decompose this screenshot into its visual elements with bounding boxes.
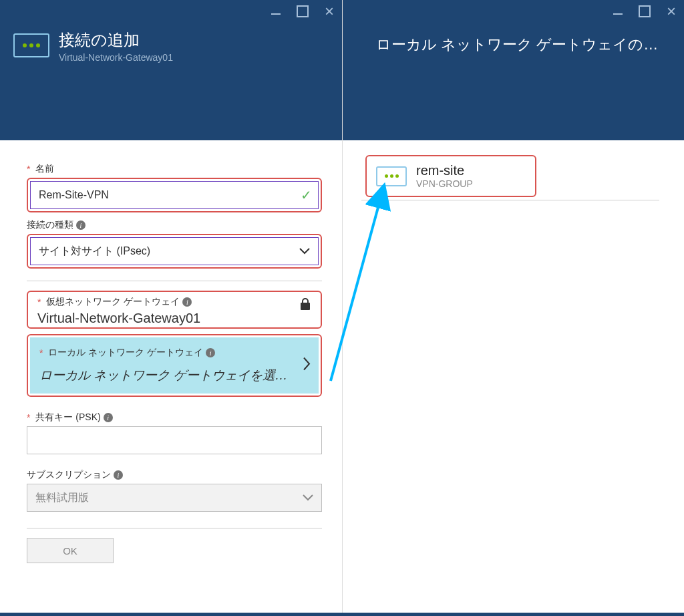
blade-local-gateway-picker: × ローカル ネットワーク ゲートウェイの… rem-site VPN-GROU… (343, 0, 684, 616)
vng-label: 仮想ネットワーク ゲートウェイ (46, 296, 180, 308)
lock-icon (299, 297, 311, 314)
vng-block: * 仮想ネットワーク ゲートウェイ i Virtual-Network-Gate… (27, 291, 322, 329)
psk-label: *共有キー (PSK) i (27, 412, 322, 424)
info-icon[interactable]: i (206, 348, 215, 357)
blade-header-left: × 接続の追加 Virtual-Network-Gateway01 (0, 0, 342, 140)
maximize-icon[interactable] (295, 4, 310, 19)
subscription-label: サブスクリプション i (27, 469, 322, 481)
chevron-right-icon (303, 355, 311, 376)
name-label: *名前 (27, 163, 322, 175)
vng-value: Virtual-Network-Gateway01 (37, 311, 311, 326)
window-controls-right: × (611, 4, 679, 19)
lng-selector[interactable]: * ローカル ネットワーク ゲートウェイ i ローカル ネットワーク ゲートウェ… (30, 337, 319, 394)
info-icon[interactable]: i (114, 470, 123, 480)
connection-icon (376, 166, 407, 186)
blade-header-right: × ローカル ネットワーク ゲートウェイの… (343, 0, 684, 140)
info-icon[interactable]: i (76, 220, 86, 230)
conn-type-select[interactable]: サイト対サイト (IPsec) (30, 237, 319, 265)
minimize-icon[interactable] (269, 4, 283, 19)
maximize-icon[interactable] (637, 4, 652, 19)
chevron-down-icon (303, 492, 313, 504)
gateway-item-group: VPN-GROUP (416, 178, 473, 189)
info-icon[interactable]: i (104, 413, 113, 422)
window-controls-left: × (269, 4, 337, 19)
conn-type-label: 接続の種類 i (27, 219, 322, 231)
close-icon[interactable]: × (322, 4, 337, 19)
form-body: *名前 ✓ 接続の種類 i サイト対サイト (IPsec) (0, 140, 342, 563)
blade-subtitle: Virtual-Network-Gateway01 (59, 52, 173, 63)
gateway-item-rem-site[interactable]: rem-site VPN-GROUP (365, 155, 536, 197)
close-icon[interactable]: × (664, 4, 679, 19)
lng-label: ローカル ネットワーク ゲートウェイ (48, 347, 203, 359)
subscription-select[interactable]: 無料試用版 (27, 484, 322, 512)
info-icon[interactable]: i (182, 297, 192, 307)
blade-title: 接続の追加 (59, 29, 173, 51)
psk-input[interactable] (27, 426, 322, 454)
bottom-bar (0, 613, 684, 616)
connection-icon (13, 33, 49, 57)
blade-add-connection: × 接続の追加 Virtual-Network-Gateway01 *名前 (0, 0, 343, 616)
lng-value: ローカル ネットワーク ゲートウェイを選… (39, 367, 309, 384)
chevron-down-icon (299, 245, 310, 257)
ok-button[interactable]: OK (27, 538, 114, 563)
minimize-icon[interactable] (611, 4, 625, 19)
name-input[interactable] (30, 181, 319, 209)
gateway-item-name: rem-site (416, 163, 473, 178)
